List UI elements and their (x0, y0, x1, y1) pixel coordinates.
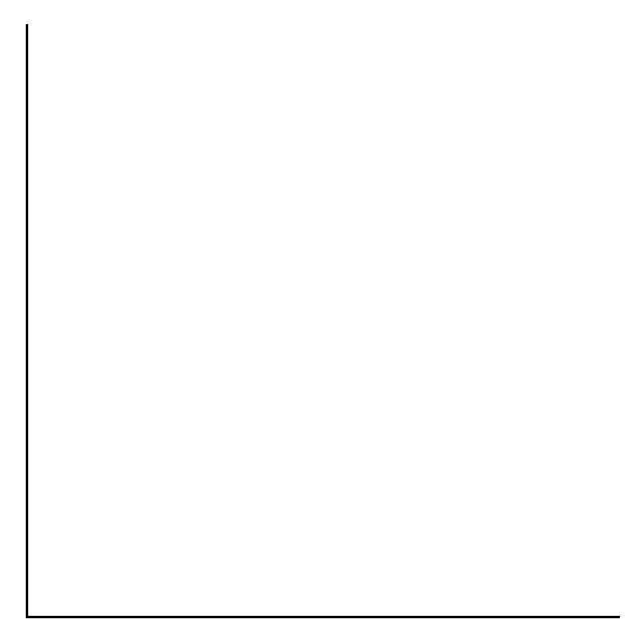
chart-plot-area (26, 24, 620, 618)
bottleneck-curve (28, 24, 620, 616)
